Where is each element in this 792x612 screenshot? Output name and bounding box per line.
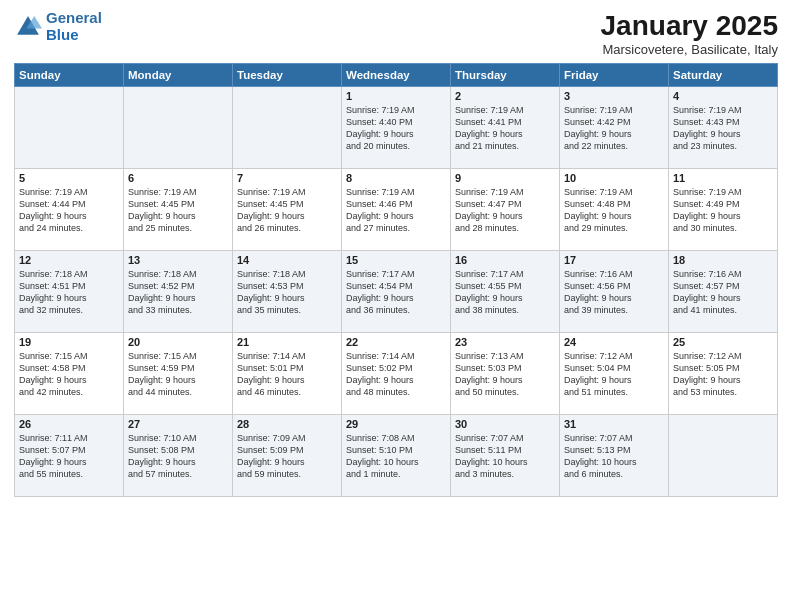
calendar-week-row: 1Sunrise: 7:19 AM Sunset: 4:40 PM Daylig… <box>15 87 778 169</box>
day-number: 12 <box>19 254 119 266</box>
calendar-cell: 9Sunrise: 7:19 AM Sunset: 4:47 PM Daylig… <box>451 169 560 251</box>
calendar-cell <box>669 415 778 497</box>
day-number: 25 <box>673 336 773 348</box>
cell-text: Sunrise: 7:19 AM Sunset: 4:47 PM Dayligh… <box>455 186 555 235</box>
day-number: 5 <box>19 172 119 184</box>
logo-icon <box>14 13 42 41</box>
calendar-cell: 19Sunrise: 7:15 AM Sunset: 4:58 PM Dayli… <box>15 333 124 415</box>
cell-text: Sunrise: 7:14 AM Sunset: 5:01 PM Dayligh… <box>237 350 337 399</box>
cell-text: Sunrise: 7:13 AM Sunset: 5:03 PM Dayligh… <box>455 350 555 399</box>
calendar-week-row: 26Sunrise: 7:11 AM Sunset: 5:07 PM Dayli… <box>15 415 778 497</box>
logo: General Blue <box>14 10 102 43</box>
calendar-cell: 17Sunrise: 7:16 AM Sunset: 4:56 PM Dayli… <box>560 251 669 333</box>
calendar-cell: 15Sunrise: 7:17 AM Sunset: 4:54 PM Dayli… <box>342 251 451 333</box>
weekday-header: Thursday <box>451 64 560 87</box>
calendar-cell: 5Sunrise: 7:19 AM Sunset: 4:44 PM Daylig… <box>15 169 124 251</box>
cell-text: Sunrise: 7:08 AM Sunset: 5:10 PM Dayligh… <box>346 432 446 481</box>
calendar-cell: 23Sunrise: 7:13 AM Sunset: 5:03 PM Dayli… <box>451 333 560 415</box>
calendar-cell: 18Sunrise: 7:16 AM Sunset: 4:57 PM Dayli… <box>669 251 778 333</box>
calendar-table: SundayMondayTuesdayWednesdayThursdayFrid… <box>14 63 778 497</box>
calendar-cell: 6Sunrise: 7:19 AM Sunset: 4:45 PM Daylig… <box>124 169 233 251</box>
day-number: 4 <box>673 90 773 102</box>
cell-text: Sunrise: 7:18 AM Sunset: 4:51 PM Dayligh… <box>19 268 119 317</box>
cell-text: Sunrise: 7:19 AM Sunset: 4:44 PM Dayligh… <box>19 186 119 235</box>
calendar-week-row: 5Sunrise: 7:19 AM Sunset: 4:44 PM Daylig… <box>15 169 778 251</box>
calendar-cell: 24Sunrise: 7:12 AM Sunset: 5:04 PM Dayli… <box>560 333 669 415</box>
cell-text: Sunrise: 7:15 AM Sunset: 4:58 PM Dayligh… <box>19 350 119 399</box>
cell-text: Sunrise: 7:19 AM Sunset: 4:48 PM Dayligh… <box>564 186 664 235</box>
calendar-cell: 1Sunrise: 7:19 AM Sunset: 4:40 PM Daylig… <box>342 87 451 169</box>
day-number: 30 <box>455 418 555 430</box>
calendar-cell: 11Sunrise: 7:19 AM Sunset: 4:49 PM Dayli… <box>669 169 778 251</box>
calendar-cell: 21Sunrise: 7:14 AM Sunset: 5:01 PM Dayli… <box>233 333 342 415</box>
cell-text: Sunrise: 7:19 AM Sunset: 4:42 PM Dayligh… <box>564 104 664 153</box>
logo-text: General Blue <box>46 10 102 43</box>
weekday-header: Sunday <box>15 64 124 87</box>
cell-text: Sunrise: 7:16 AM Sunset: 4:57 PM Dayligh… <box>673 268 773 317</box>
calendar-cell: 29Sunrise: 7:08 AM Sunset: 5:10 PM Dayli… <box>342 415 451 497</box>
day-number: 16 <box>455 254 555 266</box>
month-title: January 2025 <box>601 10 778 42</box>
day-number: 17 <box>564 254 664 266</box>
calendar-cell: 25Sunrise: 7:12 AM Sunset: 5:05 PM Dayli… <box>669 333 778 415</box>
calendar-cell: 12Sunrise: 7:18 AM Sunset: 4:51 PM Dayli… <box>15 251 124 333</box>
day-number: 3 <box>564 90 664 102</box>
cell-text: Sunrise: 7:07 AM Sunset: 5:11 PM Dayligh… <box>455 432 555 481</box>
calendar-cell: 26Sunrise: 7:11 AM Sunset: 5:07 PM Dayli… <box>15 415 124 497</box>
weekday-header-row: SundayMondayTuesdayWednesdayThursdayFrid… <box>15 64 778 87</box>
calendar-cell: 4Sunrise: 7:19 AM Sunset: 4:43 PM Daylig… <box>669 87 778 169</box>
cell-text: Sunrise: 7:18 AM Sunset: 4:53 PM Dayligh… <box>237 268 337 317</box>
day-number: 19 <box>19 336 119 348</box>
weekday-header: Saturday <box>669 64 778 87</box>
day-number: 9 <box>455 172 555 184</box>
day-number: 21 <box>237 336 337 348</box>
weekday-header: Monday <box>124 64 233 87</box>
day-number: 23 <box>455 336 555 348</box>
title-block: January 2025 Marsicovetere, Basilicate, … <box>601 10 778 57</box>
day-number: 2 <box>455 90 555 102</box>
calendar-week-row: 12Sunrise: 7:18 AM Sunset: 4:51 PM Dayli… <box>15 251 778 333</box>
cell-text: Sunrise: 7:17 AM Sunset: 4:55 PM Dayligh… <box>455 268 555 317</box>
day-number: 6 <box>128 172 228 184</box>
day-number: 8 <box>346 172 446 184</box>
weekday-header: Wednesday <box>342 64 451 87</box>
day-number: 15 <box>346 254 446 266</box>
day-number: 11 <box>673 172 773 184</box>
calendar-cell: 3Sunrise: 7:19 AM Sunset: 4:42 PM Daylig… <box>560 87 669 169</box>
cell-text: Sunrise: 7:10 AM Sunset: 5:08 PM Dayligh… <box>128 432 228 481</box>
calendar-cell: 7Sunrise: 7:19 AM Sunset: 4:45 PM Daylig… <box>233 169 342 251</box>
day-number: 20 <box>128 336 228 348</box>
cell-text: Sunrise: 7:19 AM Sunset: 4:41 PM Dayligh… <box>455 104 555 153</box>
calendar-cell: 20Sunrise: 7:15 AM Sunset: 4:59 PM Dayli… <box>124 333 233 415</box>
day-number: 27 <box>128 418 228 430</box>
day-number: 7 <box>237 172 337 184</box>
header: General Blue January 2025 Marsicovetere,… <box>14 10 778 57</box>
day-number: 14 <box>237 254 337 266</box>
location: Marsicovetere, Basilicate, Italy <box>601 42 778 57</box>
cell-text: Sunrise: 7:16 AM Sunset: 4:56 PM Dayligh… <box>564 268 664 317</box>
cell-text: Sunrise: 7:12 AM Sunset: 5:05 PM Dayligh… <box>673 350 773 399</box>
calendar-cell: 10Sunrise: 7:19 AM Sunset: 4:48 PM Dayli… <box>560 169 669 251</box>
calendar-cell: 22Sunrise: 7:14 AM Sunset: 5:02 PM Dayli… <box>342 333 451 415</box>
page-container: General Blue January 2025 Marsicovetere,… <box>0 0 792 503</box>
day-number: 26 <box>19 418 119 430</box>
calendar-cell: 30Sunrise: 7:07 AM Sunset: 5:11 PM Dayli… <box>451 415 560 497</box>
calendar-cell <box>15 87 124 169</box>
calendar-cell <box>233 87 342 169</box>
cell-text: Sunrise: 7:19 AM Sunset: 4:43 PM Dayligh… <box>673 104 773 153</box>
day-number: 31 <box>564 418 664 430</box>
calendar-cell: 2Sunrise: 7:19 AM Sunset: 4:41 PM Daylig… <box>451 87 560 169</box>
cell-text: Sunrise: 7:14 AM Sunset: 5:02 PM Dayligh… <box>346 350 446 399</box>
cell-text: Sunrise: 7:19 AM Sunset: 4:45 PM Dayligh… <box>128 186 228 235</box>
cell-text: Sunrise: 7:11 AM Sunset: 5:07 PM Dayligh… <box>19 432 119 481</box>
day-number: 29 <box>346 418 446 430</box>
calendar-cell: 8Sunrise: 7:19 AM Sunset: 4:46 PM Daylig… <box>342 169 451 251</box>
weekday-header: Tuesday <box>233 64 342 87</box>
day-number: 22 <box>346 336 446 348</box>
calendar-cell: 14Sunrise: 7:18 AM Sunset: 4:53 PM Dayli… <box>233 251 342 333</box>
day-number: 18 <box>673 254 773 266</box>
cell-text: Sunrise: 7:19 AM Sunset: 4:45 PM Dayligh… <box>237 186 337 235</box>
cell-text: Sunrise: 7:19 AM Sunset: 4:46 PM Dayligh… <box>346 186 446 235</box>
cell-text: Sunrise: 7:19 AM Sunset: 4:49 PM Dayligh… <box>673 186 773 235</box>
calendar-week-row: 19Sunrise: 7:15 AM Sunset: 4:58 PM Dayli… <box>15 333 778 415</box>
